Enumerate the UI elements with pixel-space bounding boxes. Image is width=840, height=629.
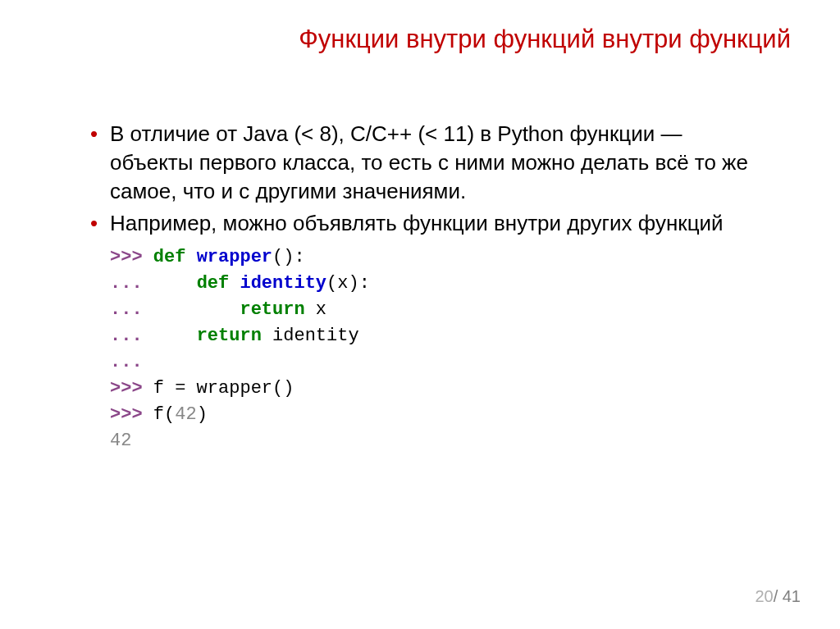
- slide-title: Функции внутри функций внутри функций: [49, 25, 791, 54]
- function-name: identity: [240, 273, 326, 294]
- indent: [153, 326, 197, 346]
- code-text: ():: [272, 247, 305, 267]
- prompt: >>>: [110, 247, 153, 267]
- page-number: 20/ 41: [755, 587, 801, 606]
- keyword: def: [197, 273, 230, 294]
- space: [185, 247, 196, 267]
- prompt: >>>: [110, 404, 153, 425]
- function-name: wrapper: [197, 247, 272, 267]
- prompt: >>>: [110, 378, 153, 399]
- code-line: ... return identity: [110, 323, 766, 349]
- arg: 42: [175, 404, 196, 425]
- code-text: (x):: [326, 273, 370, 294]
- code-line: ... return x: [110, 297, 766, 323]
- code-text: identity: [262, 326, 359, 346]
- prompt: ...: [110, 352, 153, 372]
- code-line: 42: [110, 428, 766, 454]
- code-line: >>> f(42): [110, 402, 766, 428]
- space: [229, 273, 240, 294]
- bullet-item: В отличие от Java (< 8), C/C++ (< 11) в …: [90, 120, 766, 206]
- code-block: >>> def wrapper(): ... def identity(x): …: [110, 244, 766, 454]
- code-line: >>> f = wrapper(): [110, 376, 766, 402]
- code-text: f(: [153, 404, 175, 425]
- prompt: ...: [110, 299, 153, 320]
- close: ): [197, 404, 208, 425]
- prompt: ...: [110, 273, 153, 294]
- indent: [153, 299, 240, 320]
- code-line: >>> def wrapper():: [110, 244, 766, 271]
- page-total: 41: [783, 587, 801, 605]
- slide-content: В отличие от Java (< 8), C/C++ (< 11) в …: [49, 120, 791, 454]
- page-separator: /: [774, 587, 783, 605]
- page-current: 20: [755, 587, 773, 605]
- slide: Функции внутри функций внутри функций В …: [0, 0, 840, 629]
- prompt: ...: [110, 326, 153, 346]
- keyword: return: [240, 299, 304, 320]
- indent: [153, 273, 197, 294]
- keyword: return: [197, 326, 262, 346]
- bullet-list: В отличие от Java (< 8), C/C++ (< 11) в …: [90, 120, 766, 238]
- code-line: ...: [110, 349, 766, 376]
- code-line: ... def identity(x):: [110, 271, 766, 297]
- keyword: def: [153, 247, 186, 267]
- code-text: x: [305, 299, 326, 320]
- bullet-item: Например, можно объявлять функции внутри…: [90, 209, 766, 238]
- result: 42: [110, 431, 131, 451]
- code-text: f = wrapper(): [153, 378, 294, 399]
